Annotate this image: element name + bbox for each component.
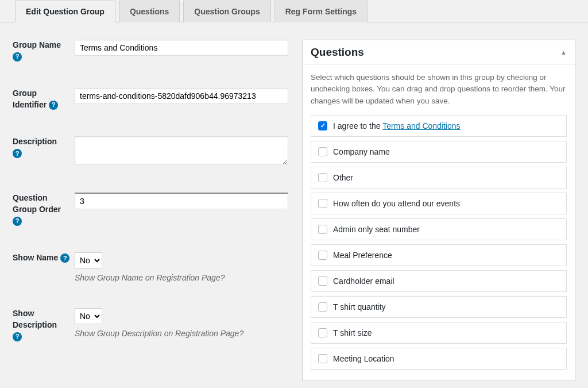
question-label: How often do you attend our events [333, 199, 460, 208]
tab-reg-form-settings[interactable]: Reg Form Settings [274, 1, 368, 22]
questions-panel: Questions ▲ Select which questions shoul… [302, 40, 575, 381]
question-label: Meal Preference [333, 251, 392, 260]
question-label: Other [333, 173, 353, 182]
question-item[interactable]: Cardholder email [311, 270, 567, 292]
help-icon[interactable]: ? [49, 101, 58, 110]
group-identifier-input[interactable] [75, 88, 288, 104]
panel-description: Select which questions should be shown i… [311, 72, 567, 107]
question-item[interactable]: I agree to the Terms and Conditions [311, 115, 567, 137]
question-item[interactable]: How often do you attend our events [311, 193, 567, 214]
question-label: Company name [333, 147, 390, 156]
question-checkbox[interactable] [318, 173, 327, 182]
show-description-label: Show Description ? [13, 308, 75, 342]
question-link[interactable]: Terms and Conditions [382, 121, 460, 130]
help-icon[interactable]: ? [13, 52, 22, 62]
group-identifier-label: Group Identifier ? [13, 88, 75, 110]
question-label: Admin only seat number [333, 225, 420, 234]
question-item[interactable]: Company name [311, 141, 567, 163]
tabs-bar: Edit Question Group Questions Question G… [0, 0, 588, 22]
question-checkbox[interactable] [318, 328, 327, 337]
question-label: Meeting Location [333, 354, 394, 363]
form-column: Group Name ? Group Identifier ? Descript… [13, 40, 288, 381]
show-description-hint: Show Group Description on Registration P… [75, 329, 288, 338]
collapse-icon[interactable]: ▲ [560, 49, 567, 56]
description-textarea[interactable] [75, 136, 288, 165]
questions-list: I agree to the Terms and ConditionsCompa… [311, 115, 567, 370]
help-icon[interactable]: ? [13, 217, 22, 226]
question-checkbox[interactable] [318, 121, 327, 130]
question-checkbox[interactable] [318, 354, 327, 363]
question-checkbox[interactable] [318, 225, 327, 234]
description-label: Description ? [13, 136, 75, 167]
tab-question-groups[interactable]: Question Groups [183, 1, 270, 22]
question-item[interactable]: Admin only seat number [311, 218, 567, 240]
question-checkbox[interactable] [318, 199, 327, 208]
show-name-select[interactable]: No [75, 252, 102, 268]
question-item[interactable]: T shirt quantity [311, 296, 567, 318]
order-input[interactable] [75, 193, 288, 209]
show-name-label: Show Name ? [13, 252, 75, 282]
show-name-hint: Show Group Name on Registration Page? [75, 273, 288, 282]
tab-questions[interactable]: Questions [119, 1, 180, 22]
show-description-select[interactable]: No [75, 308, 102, 324]
tab-edit-question-group[interactable]: Edit Question Group [15, 1, 115, 22]
question-checkbox[interactable] [318, 302, 327, 312]
question-item[interactable]: T shirt size [311, 322, 567, 344]
group-name-label: Group Name ? [13, 40, 75, 62]
question-checkbox[interactable] [318, 276, 327, 286]
panel-title: Questions [311, 46, 364, 59]
help-icon[interactable]: ? [60, 253, 69, 263]
question-item[interactable]: Meeting Location [311, 348, 567, 370]
question-label: T shirt size [333, 328, 372, 337]
question-item[interactable]: Meal Preference [311, 244, 567, 266]
question-label: I agree to the Terms and Conditions [333, 121, 461, 130]
question-checkbox[interactable] [318, 147, 327, 156]
group-name-input[interactable] [75, 40, 288, 56]
help-icon[interactable]: ? [13, 149, 22, 158]
help-icon[interactable]: ? [13, 332, 22, 341]
question-checkbox[interactable] [318, 251, 327, 260]
order-label: Question Group Order ? [13, 193, 75, 226]
question-item[interactable]: Other [311, 167, 567, 189]
question-label: Cardholder email [333, 276, 394, 286]
question-label: T shirt quantity [333, 302, 386, 312]
